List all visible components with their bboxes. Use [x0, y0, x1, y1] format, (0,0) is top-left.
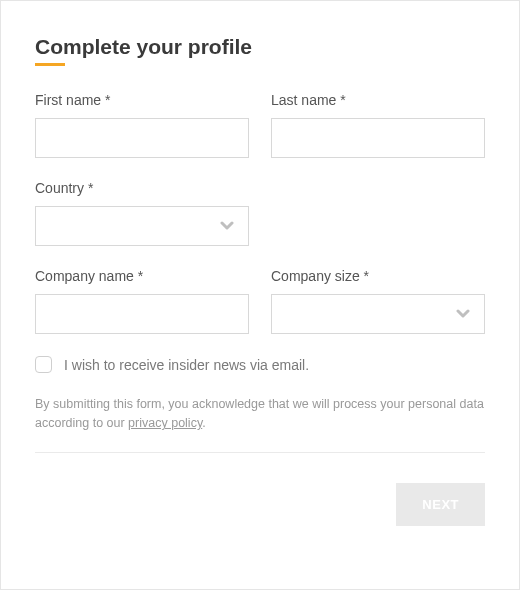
chevron-down-icon — [220, 220, 234, 232]
country-label: Country * — [35, 180, 249, 196]
company-size-label: Company size * — [271, 268, 485, 284]
field-first-name: First name * — [35, 92, 249, 158]
last-name-label: Last name * — [271, 92, 485, 108]
field-last-name: Last name * — [271, 92, 485, 158]
disclaimer-suffix: . — [202, 416, 205, 430]
title-underline — [35, 63, 65, 66]
chevron-down-icon — [456, 308, 470, 320]
divider — [35, 452, 485, 453]
disclaimer-text: By submitting this form, you acknowledge… — [35, 395, 485, 434]
field-company-size: Company size * — [271, 268, 485, 334]
field-country: Country * — [35, 180, 249, 246]
form-actions: NEXT — [35, 483, 485, 526]
field-company-name: Company name * — [35, 268, 249, 334]
first-name-label: First name * — [35, 92, 249, 108]
row-country: Country * — [35, 180, 485, 246]
privacy-policy-link[interactable]: privacy policy — [128, 416, 202, 430]
country-select[interactable] — [35, 206, 249, 246]
company-size-select[interactable] — [271, 294, 485, 334]
form-title: Complete your profile — [35, 35, 485, 59]
newsletter-checkbox[interactable] — [35, 356, 52, 373]
profile-form-card: Complete your profile First name * Last … — [0, 0, 520, 590]
next-button[interactable]: NEXT — [396, 483, 485, 526]
company-name-input[interactable] — [35, 294, 249, 334]
last-name-input[interactable] — [271, 118, 485, 158]
company-name-label: Company name * — [35, 268, 249, 284]
first-name-input[interactable] — [35, 118, 249, 158]
row-company: Company name * Company size * — [35, 268, 485, 334]
row-name: First name * Last name * — [35, 92, 485, 158]
newsletter-label: I wish to receive insider news via email… — [64, 357, 309, 373]
newsletter-row: I wish to receive insider news via email… — [35, 356, 485, 373]
disclaimer-prefix: By submitting this form, you acknowledge… — [35, 397, 484, 430]
